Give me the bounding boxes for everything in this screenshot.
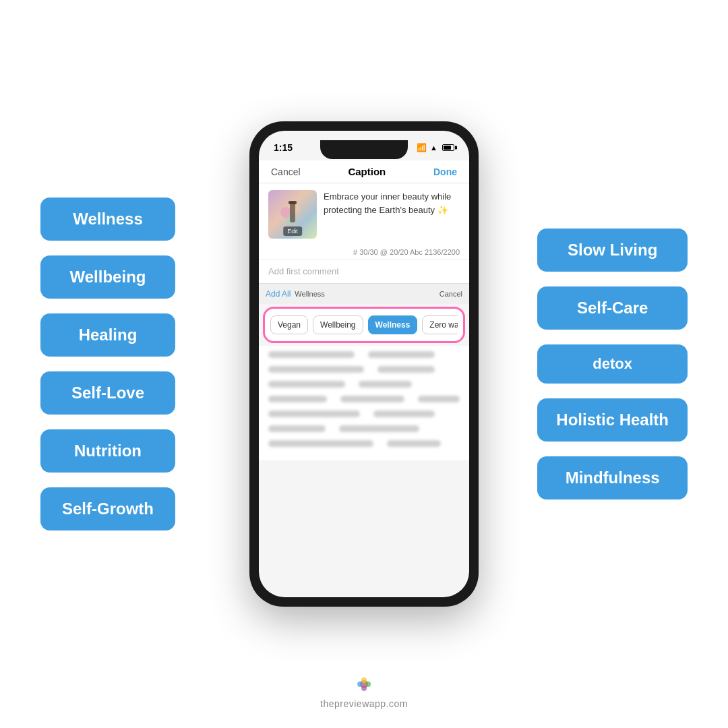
blur-line — [377, 366, 435, 373]
blur-line — [268, 351, 355, 358]
blur-line — [339, 425, 419, 432]
tag-bar-label: Wellness — [295, 290, 324, 298]
tag-self-growth[interactable]: Self-Growth — [40, 487, 175, 530]
status-icons: 📶 ▲ — [417, 143, 454, 152]
blur-line — [359, 381, 413, 388]
filter-tag-zerowaste[interactable]: Zero waste — [422, 315, 458, 334]
app-header: Cancel Caption Done — [259, 160, 469, 183]
left-tags-panel: Wellness Wellbeing Healing Self-Love Nut… — [40, 198, 175, 530]
logo-text: thepreviewapp.com — [320, 698, 408, 709]
blur-row-2 — [268, 366, 460, 373]
caption-stats: # 30/30 @ 20/20 Abc 2136/2200 — [259, 245, 469, 259]
svg-point-6 — [357, 681, 363, 687]
blur-line — [268, 366, 364, 373]
filter-tag-wellbeing[interactable]: Wellbeing — [313, 315, 363, 334]
blur-line — [268, 381, 345, 388]
done-button[interactable]: Done — [433, 166, 457, 177]
tag-wellness[interactable]: Wellness — [40, 198, 175, 241]
phone-mockup: 1:15 📶 ▲ Cancel Caption Done — [249, 121, 479, 607]
svg-rect-3 — [290, 202, 295, 222]
stats-text: # 30/30 @ 20/20 Abc 2136/2200 — [353, 248, 460, 256]
filter-tags-section: Vegan Wellbeing Wellness Zero waste — [263, 307, 465, 343]
signal-icon: ▲ — [430, 144, 437, 152]
blur-line — [268, 411, 360, 417]
svg-point-9 — [361, 686, 367, 691]
caption-title: Caption — [348, 166, 386, 177]
post-caption-text[interactable]: Embrace your inner beauty while protecti… — [324, 190, 460, 216]
page-container: Wellness Wellbeing Healing Self-Love Nut… — [0, 0, 728, 728]
post-image[interactable]: Edit — [268, 190, 317, 239]
status-time: 1:15 — [274, 142, 293, 153]
tag-slow-living[interactable]: Slow Living — [537, 229, 688, 272]
blur-line — [368, 351, 435, 358]
blur-line — [268, 425, 326, 432]
hashtag-results — [259, 346, 469, 460]
blur-row-7 — [268, 440, 460, 447]
blur-line — [340, 396, 404, 402]
tag-detox[interactable]: detox — [537, 344, 688, 384]
blur-row-3 — [268, 381, 460, 388]
svg-rect-4 — [289, 201, 297, 204]
cancel-small[interactable]: Cancel — [439, 290, 462, 298]
filter-tag-wellness[interactable]: Wellness — [368, 315, 418, 334]
edit-badge[interactable]: Edit — [283, 226, 302, 236]
blur-line — [387, 440, 441, 447]
phone-screen: 1:15 📶 ▲ Cancel Caption Done — [259, 131, 469, 597]
blur-line — [418, 396, 460, 402]
tag-healing[interactable]: Healing — [40, 313, 175, 357]
blur-row-1 — [268, 351, 460, 358]
comment-field[interactable]: Add first comment — [259, 259, 469, 283]
phone-notch — [320, 140, 408, 159]
filter-tags-row: Vegan Wellbeing Wellness Zero waste — [270, 315, 458, 334]
logo-icon — [354, 674, 374, 694]
tag-mindfulness[interactable]: Mindfulness — [537, 456, 688, 499]
cancel-button[interactable]: Cancel — [271, 166, 301, 177]
blur-row-6 — [268, 425, 460, 432]
phone-body: 1:15 📶 ▲ Cancel Caption Done — [249, 121, 479, 607]
tag-self-love[interactable]: Self-Love — [40, 371, 175, 415]
tag-self-care[interactable]: Self-Care — [537, 286, 688, 330]
bottom-logo: thepreviewapp.com — [320, 674, 408, 709]
filter-tag-vegan[interactable]: Vegan — [270, 315, 308, 334]
blur-row-5 — [268, 411, 460, 417]
post-preview: Edit Embrace your inner beauty while pro… — [259, 183, 469, 245]
add-all-button[interactable]: Add All — [266, 289, 291, 299]
wifi-icon: 📶 — [417, 143, 427, 152]
tag-holistic-health[interactable]: Holistic Health — [537, 398, 688, 442]
tag-selector-bar: Add All Wellness Cancel — [259, 283, 469, 304]
tag-wellbeing[interactable]: Wellbeing — [40, 255, 175, 299]
blur-row-4 — [268, 396, 460, 402]
battery-icon — [442, 144, 454, 151]
svg-point-8 — [361, 677, 367, 683]
blur-line — [268, 440, 373, 447]
svg-point-7 — [365, 681, 371, 687]
blur-line — [373, 411, 435, 417]
tag-nutrition[interactable]: Nutrition — [40, 429, 175, 473]
right-tags-panel: Slow Living Self-Care detox Holistic Hea… — [537, 229, 688, 499]
blur-line — [268, 396, 327, 402]
